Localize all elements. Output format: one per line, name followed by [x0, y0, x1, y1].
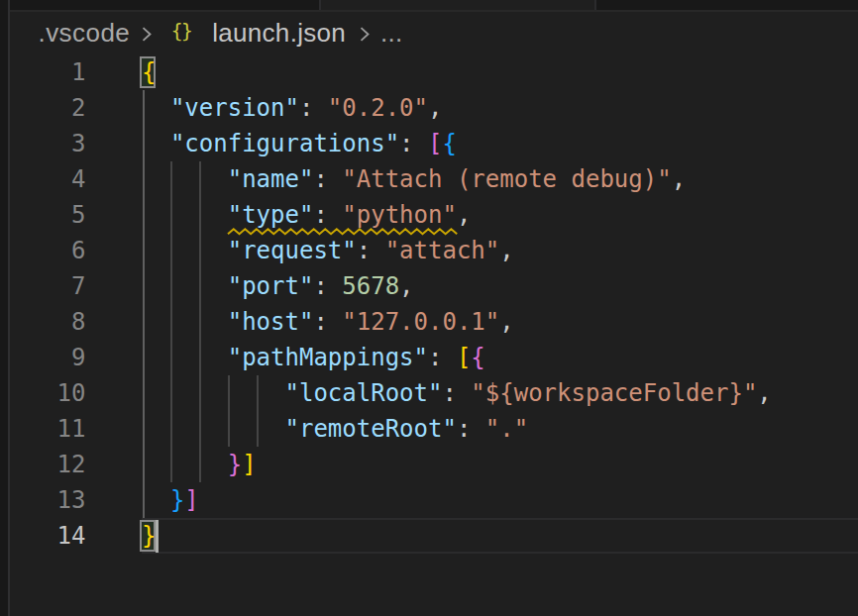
token: "${workspaceFolder}": [471, 379, 757, 407]
line-code: }: [142, 518, 156, 554]
line-number: 13: [10, 482, 86, 518]
chevron-right-icon: [358, 26, 371, 43]
token: :: [428, 344, 457, 371]
token: {: [442, 130, 456, 157]
token: "attach": [385, 237, 500, 264]
chevron-right-icon: [140, 26, 153, 43]
tab-separator: [594, 0, 597, 10]
line-code: "host": "127.0.0.1",: [142, 304, 514, 340]
token: [: [457, 344, 471, 371]
token: :: [357, 237, 385, 264]
token: :: [299, 94, 328, 122]
token: [: [428, 130, 442, 157]
token: "0.2.0": [328, 94, 428, 122]
line-number: 9: [10, 340, 86, 375]
json-file-icon: {}: [170, 10, 193, 52]
tab-active[interactable]: [319, 0, 594, 10]
token: }: [142, 522, 156, 550]
token: "host": [228, 308, 314, 336]
token: :: [399, 130, 428, 157]
tab-bar: [10, 0, 858, 10]
code-line-9[interactable]: 9 "pathMappings": [{: [10, 340, 858, 375]
code-line-14[interactable]: 14}: [10, 518, 858, 554]
text-cursor: [156, 520, 159, 553]
token: {: [471, 344, 484, 371]
token: ,: [428, 94, 442, 122]
line-code: {: [142, 54, 156, 90]
token: {: [142, 58, 156, 86]
breadcrumb-folder[interactable]: .vscode: [39, 12, 131, 54]
breadcrumb-file[interactable]: launch.json: [212, 12, 346, 54]
warning-squiggle: [228, 227, 457, 237]
line-code: "pathMappings": [{: [142, 340, 485, 375]
line-code: "name": "Attach (remote debug)",: [142, 161, 686, 197]
line-number: 6: [10, 233, 86, 268]
line-number: 8: [10, 304, 86, 340]
code-line-13[interactable]: 13 }]: [10, 482, 858, 518]
token: "port": [228, 272, 314, 300]
line-number: 4: [10, 161, 86, 197]
token: "version": [170, 94, 299, 122]
code-line-11[interactable]: 11 "remoteRoot": ".": [10, 411, 858, 447]
vscode-window: .vscode {} launch.json ... 1{2 "version"…: [0, 0, 858, 616]
line-number: 1: [10, 54, 86, 90]
line-number: 5: [10, 197, 86, 233]
line-code: "port": 5678,: [142, 268, 414, 304]
line-code: "version": "0.2.0",: [142, 90, 442, 126]
code-line-2[interactable]: 2 "version": "0.2.0",: [10, 90, 858, 126]
token: "name": [228, 165, 314, 193]
line-code: }]: [142, 482, 199, 518]
editor[interactable]: 1{2 "version": "0.2.0",3 "configurations…: [10, 54, 858, 616]
code-line-8[interactable]: 8 "host": "127.0.0.1",: [10, 304, 858, 340]
token: "localRoot": [285, 379, 443, 407]
line-number: 14: [10, 518, 86, 554]
token: "127.0.0.1": [342, 308, 499, 336]
token: "pathMappings": [228, 344, 428, 371]
tab-separator: [319, 0, 322, 10]
code-line-3[interactable]: 3 "configurations": [{: [10, 126, 858, 161]
token: :: [313, 201, 342, 229]
code-line-6[interactable]: 6 "request": "attach",: [10, 233, 858, 268]
token: :: [313, 308, 342, 336]
token: :: [457, 415, 485, 443]
token: }: [170, 486, 184, 514]
token: "type": [228, 201, 314, 229]
line-number: 11: [10, 411, 86, 447]
line-number: 7: [10, 268, 86, 304]
line-code: "request": "attach",: [142, 233, 514, 268]
line-code: }]: [142, 447, 257, 482]
token: ,: [757, 379, 771, 407]
sidebar-edge: [0, 0, 8, 616]
token: "request": [228, 237, 357, 264]
breadcrumb: .vscode {} launch.json ...: [10, 12, 858, 54]
token: ,: [457, 201, 471, 229]
token: ".": [485, 415, 528, 443]
line-number: 2: [10, 90, 86, 126]
token: "python": [342, 201, 457, 229]
code-line-1[interactable]: 1{: [10, 54, 858, 90]
token: ,: [499, 308, 513, 336]
code-line-10[interactable]: 10 "localRoot": "${workspaceFolder}",: [10, 375, 858, 411]
breadcrumb-symbol[interactable]: ...: [380, 12, 402, 54]
token: 5678: [342, 272, 399, 300]
code-line-7[interactable]: 7 "port": 5678,: [10, 268, 858, 304]
token: :: [442, 379, 471, 407]
token: ,: [499, 237, 513, 264]
line-number: 10: [10, 375, 86, 411]
code-line-4[interactable]: 4 "name": "Attach (remote debug)",: [10, 161, 858, 197]
token: ]: [184, 486, 198, 514]
token: ,: [672, 165, 686, 193]
token: }: [228, 451, 242, 478]
token: "remoteRoot": [285, 415, 457, 443]
line-number: 3: [10, 126, 86, 161]
token: :: [313, 165, 342, 193]
token: "Attach (remote debug)": [342, 165, 671, 193]
token: :: [313, 272, 342, 300]
line-code: "configurations": [{: [142, 126, 457, 161]
line-code: "remoteRoot": ".": [142, 411, 528, 447]
line-number: 12: [10, 447, 86, 482]
line-code: "localRoot": "${workspaceFolder}",: [142, 375, 772, 411]
code-line-12[interactable]: 12 }]: [10, 447, 858, 482]
token: "configurations": [170, 130, 399, 157]
token: ]: [242, 451, 256, 478]
